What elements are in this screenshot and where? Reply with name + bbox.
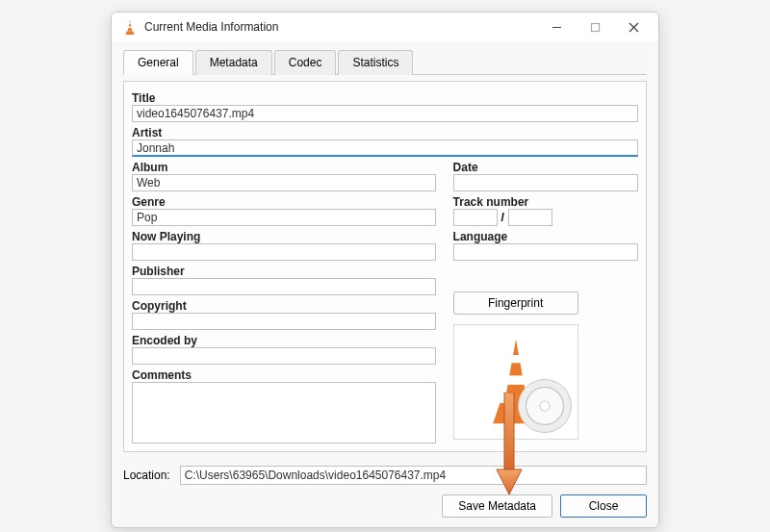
content-area: General Metadata Codec Statistics Title … — [112, 41, 658, 527]
svg-rect-10 — [506, 375, 525, 385]
album-art-placeholder — [453, 324, 578, 440]
genre-label: Genre — [132, 195, 436, 209]
track-label: Track number — [453, 195, 638, 209]
copyright-input[interactable] — [132, 313, 436, 330]
tab-general[interactable]: General — [123, 50, 193, 75]
track-field: Track number / — [453, 195, 638, 226]
tab-metadata[interactable]: Metadata — [195, 50, 272, 75]
date-label: Date — [453, 161, 638, 174]
album-input[interactable] — [132, 174, 436, 191]
now-playing-label: Now Playing — [132, 230, 436, 243]
track-total-input[interactable] — [508, 209, 552, 226]
fingerprint-button[interactable]: Fingerprint — [453, 291, 578, 315]
encodedby-field: Encoded by — [132, 334, 436, 365]
vlc-cone-icon — [121, 18, 139, 36]
close-window-button[interactable] — [614, 13, 653, 40]
comments-input[interactable] — [132, 382, 436, 443]
artist-input[interactable] — [132, 139, 638, 157]
now-playing-field: Now Playing — [132, 230, 436, 261]
svg-rect-2 — [128, 26, 133, 28]
language-label: Language — [453, 230, 638, 243]
svg-rect-1 — [128, 23, 131, 25]
maximize-button[interactable] — [576, 13, 614, 40]
svg-marker-0 — [128, 19, 133, 31]
encodedby-input[interactable] — [132, 347, 436, 365]
save-metadata-button[interactable]: Save Metadata — [442, 494, 552, 518]
copyright-field: Copyright — [132, 299, 436, 330]
maximize-icon — [590, 22, 601, 33]
publisher-input[interactable] — [132, 278, 436, 295]
svg-marker-3 — [126, 32, 135, 35]
date-field: Date — [453, 161, 638, 191]
language-field: Language — [453, 230, 638, 261]
language-input[interactable] — [453, 243, 638, 261]
genre-field: Genre — [132, 195, 436, 226]
publisher-label: Publisher — [132, 265, 436, 278]
track-number-input[interactable] — [453, 209, 498, 226]
minimize-icon — [552, 22, 562, 33]
artist-label: Artist — [132, 126, 638, 139]
bottom-area: Location: Save Metadata Close — [123, 466, 647, 518]
genre-input[interactable] — [132, 209, 436, 226]
general-panel: Title Artist Album Date Genre — [123, 81, 647, 452]
comments-field: Comments — [132, 368, 436, 443]
media-info-window: Current Media Information General Metada… — [111, 12, 659, 528]
close-button[interactable]: Close — [560, 494, 647, 518]
date-input[interactable] — [453, 174, 638, 191]
disc-icon — [518, 379, 572, 433]
copyright-label: Copyright — [132, 299, 436, 313]
encodedby-label: Encoded by — [132, 334, 436, 347]
tab-codec[interactable]: Codec — [274, 50, 337, 75]
title-field: Title — [132, 91, 638, 122]
minimize-button[interactable] — [537, 13, 576, 40]
title-input[interactable] — [132, 105, 638, 122]
tab-strip: General Metadata Codec Statistics — [123, 49, 647, 75]
now-playing-input[interactable] — [132, 243, 436, 261]
location-label: Location: — [123, 469, 170, 482]
location-input[interactable] — [180, 466, 647, 485]
comments-label: Comments — [132, 368, 436, 382]
svg-rect-9 — [508, 355, 522, 363]
track-separator: / — [501, 211, 504, 224]
tab-statistics[interactable]: Statistics — [338, 50, 413, 75]
window-title: Current Media Information — [144, 20, 537, 34]
close-icon — [629, 22, 639, 33]
svg-rect-5 — [591, 23, 599, 31]
artist-field: Artist — [132, 126, 638, 157]
album-label: Album — [132, 161, 436, 174]
publisher-field: Publisher — [132, 265, 436, 295]
titlebar: Current Media Information — [112, 13, 658, 41]
album-field: Album — [132, 161, 436, 191]
title-label: Title — [132, 91, 638, 105]
